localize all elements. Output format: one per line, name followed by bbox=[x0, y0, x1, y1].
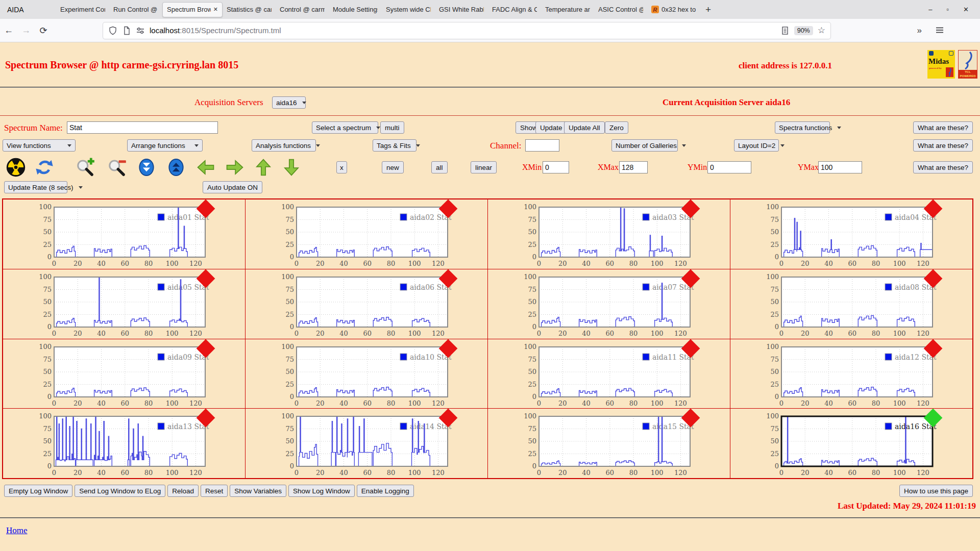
arrow-down-icon[interactable] bbox=[282, 158, 301, 177]
spectra-functions-dropdown[interactable]: Spectra functions bbox=[775, 121, 830, 134]
layout-id-dropdown[interactable]: Layout ID=2 bbox=[734, 139, 779, 152]
spectrum-cell[interactable]: 0255075100020406080100120aida14 Stat bbox=[246, 409, 487, 478]
spectrum-cell[interactable]: 0255075100020406080100120aida07 Stat bbox=[488, 269, 730, 339]
forward-button[interactable]: → bbox=[17, 25, 35, 36]
log-button[interactable]: Show Variables bbox=[230, 485, 286, 497]
overflow-menu-icon[interactable]: » bbox=[917, 26, 922, 36]
auto-update-button[interactable]: Auto Update ON bbox=[203, 181, 262, 193]
what-are-these-button-3[interactable]: What are these? bbox=[913, 161, 973, 173]
log-button[interactable]: Reload bbox=[167, 485, 199, 497]
ymax-input[interactable] bbox=[818, 161, 862, 173]
back-button[interactable]: ← bbox=[0, 25, 17, 36]
all-button[interactable]: all bbox=[431, 161, 448, 173]
spectrum-name-label: Spectrum Name: bbox=[4, 123, 63, 133]
analysis-functions-dropdown[interactable]: Analysis functions bbox=[252, 139, 316, 152]
tab-close-icon[interactable]: ✕ bbox=[213, 6, 218, 13]
browser-tab[interactable]: Control @ carme bbox=[276, 2, 329, 17]
browser-tab[interactable]: Statistics @ carm bbox=[223, 2, 276, 17]
browser-tab[interactable]: Run Control @ ca bbox=[109, 2, 162, 17]
new-tab-button[interactable]: + bbox=[705, 4, 711, 15]
arrow-right-icon[interactable] bbox=[225, 158, 244, 177]
svg-text:60: 60 bbox=[605, 469, 614, 477]
new-button[interactable]: new bbox=[382, 161, 404, 173]
how-to-use-button[interactable]: How to use this page bbox=[899, 485, 973, 497]
xmax-input[interactable] bbox=[619, 161, 648, 173]
maximize-button[interactable]: ▫ bbox=[946, 6, 949, 13]
permissions-icon[interactable] bbox=[136, 26, 145, 35]
scroll-down-icon[interactable] bbox=[137, 158, 156, 177]
spectrum-name-input[interactable] bbox=[67, 121, 218, 134]
arrow-up-icon[interactable] bbox=[254, 158, 273, 177]
browser-tab[interactable]: R0x32 hex to d bbox=[647, 2, 700, 17]
url-bar[interactable]: localhost:8015/Spectrum/Spectrum.tml 90%… bbox=[103, 22, 830, 39]
spectrum-cell[interactable]: 0255075100020406080100120aida03 Stat bbox=[488, 199, 730, 269]
browser-tab[interactable]: Spectrum Brow✕ bbox=[162, 2, 223, 17]
hamburger-menu-icon[interactable] bbox=[935, 26, 944, 35]
browser-tab[interactable]: FADC Align & Co bbox=[488, 2, 541, 17]
x-button[interactable]: x bbox=[336, 161, 347, 173]
log-button[interactable]: Show Log Window bbox=[288, 485, 355, 497]
radiation-icon[interactable] bbox=[6, 158, 26, 177]
what-are-these-button-1[interactable]: What are these? bbox=[913, 121, 973, 134]
spectrum-cell[interactable]: 0255075100020406080100120aida06 Stat bbox=[246, 269, 487, 339]
browser-tab[interactable]: System wide Che bbox=[382, 2, 435, 17]
log-button[interactable]: Reset bbox=[201, 485, 228, 497]
spectrum-cell[interactable]: 0255075100020406080100120aida08 Stat bbox=[730, 269, 972, 339]
ymin-input[interactable] bbox=[707, 161, 751, 173]
view-functions-dropdown[interactable]: View functions bbox=[3, 139, 76, 152]
browser-tab[interactable]: ASIC Control @ c bbox=[594, 2, 647, 17]
svg-text:40: 40 bbox=[582, 399, 591, 407]
log-button[interactable]: Send Log Window to ELog bbox=[75, 485, 165, 497]
channel-input[interactable] bbox=[525, 139, 559, 152]
scroll-up-icon[interactable] bbox=[166, 158, 186, 177]
log-button[interactable]: Empty Log Window bbox=[4, 485, 72, 497]
linear-button[interactable]: linear bbox=[471, 161, 497, 173]
xmin-input[interactable] bbox=[543, 161, 569, 173]
zero-button[interactable]: Zero bbox=[605, 121, 628, 134]
spectrum-cell[interactable]: 0255075100020406080100120aida11 Stat bbox=[488, 339, 730, 409]
spectrum-cell[interactable]: 0255075100020406080100120aida15 Stat bbox=[488, 409, 730, 478]
zoom-in-icon[interactable] bbox=[76, 158, 95, 177]
arrange-functions-dropdown[interactable]: Arrange functions bbox=[127, 139, 203, 152]
spectrum-cell[interactable]: 0255075100020406080100120aida02 Stat bbox=[246, 199, 487, 269]
spectrum-cell[interactable]: 0255075100020406080100120aida12 Stat bbox=[730, 339, 972, 409]
browser-tab[interactable]: Temperature and bbox=[541, 2, 594, 17]
spectrum-cell[interactable]: 0255075100020406080100120aida05 Stat bbox=[3, 269, 245, 339]
page-info-icon[interactable] bbox=[122, 26, 131, 35]
zoom-level-chip[interactable]: 90% bbox=[794, 26, 813, 35]
spectrum-cell[interactable]: 0255075100020406080100120aida01 Stat bbox=[3, 199, 245, 269]
spectrum-cell[interactable]: 0255075100020406080100120aida13 Stat bbox=[3, 409, 245, 478]
reload-button[interactable]: ⟳ bbox=[35, 25, 52, 36]
update-rate-dropdown[interactable]: Update Rate (8 secs) bbox=[4, 181, 67, 193]
spectrum-cell[interactable]: 0255075100020406080100120aida10 Stat bbox=[246, 339, 487, 409]
select-spectrum-dropdown[interactable]: Select a spectrum bbox=[312, 121, 378, 134]
home-link[interactable]: Home bbox=[6, 525, 28, 536]
close-window-button[interactable]: ✕ bbox=[963, 6, 969, 13]
refresh-icon[interactable] bbox=[35, 158, 54, 177]
browser-tab[interactable]: Module Settings bbox=[329, 2, 382, 17]
spectrum-cell[interactable]: 0255075100020406080100120aida16 Stat bbox=[730, 409, 972, 478]
spectrum-cell[interactable]: 0255075100020406080100120aida09 Stat bbox=[3, 339, 245, 409]
tab-label: Temperature and bbox=[545, 6, 590, 13]
reader-view-icon[interactable] bbox=[780, 26, 790, 35]
browser-tab[interactable]: GSI White Rabbit bbox=[435, 2, 488, 17]
arrow-left-icon[interactable] bbox=[196, 158, 215, 177]
url-text[interactable]: localhost:8015/Spectrum/Spectrum.tml bbox=[150, 26, 776, 35]
svg-text:0: 0 bbox=[775, 253, 779, 261]
update-button[interactable]: Update bbox=[535, 121, 567, 134]
acquisition-server-select[interactable]: aida16 bbox=[272, 96, 306, 109]
shield-icon[interactable] bbox=[108, 26, 117, 35]
zoom-out-icon[interactable] bbox=[107, 158, 127, 177]
update-all-button[interactable]: Update All bbox=[564, 121, 605, 134]
browser-tab[interactable]: Experiment Contr bbox=[56, 2, 109, 17]
minimize-button[interactable]: – bbox=[928, 6, 932, 13]
log-button[interactable]: Enable Logging bbox=[357, 485, 414, 497]
svg-text:80: 80 bbox=[629, 399, 638, 407]
what-are-these-button-2[interactable]: What are these? bbox=[913, 139, 973, 152]
spectrum-cell[interactable]: 0255075100020406080100120aida04 Stat bbox=[730, 199, 972, 269]
svg-text:40: 40 bbox=[97, 330, 106, 337]
bookmark-star-icon[interactable]: ☆ bbox=[818, 25, 825, 36]
multi-button[interactable]: multi bbox=[380, 121, 404, 134]
number-of-galleries-dropdown[interactable]: Number of Galleries bbox=[611, 139, 678, 152]
tags-fits-dropdown[interactable]: Tags & Fits bbox=[373, 139, 416, 152]
